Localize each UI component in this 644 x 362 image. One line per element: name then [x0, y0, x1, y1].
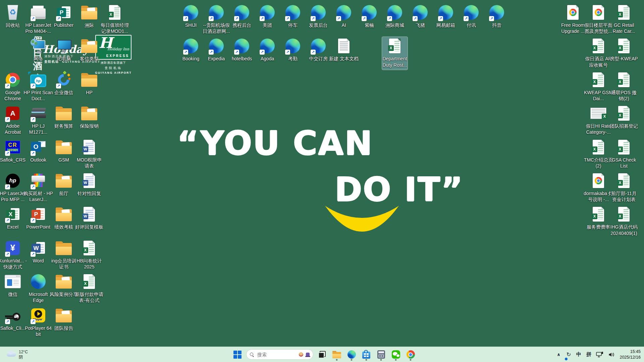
desktop-icon-left-38[interactable]: 团队报告 [51, 306, 76, 339]
desktop-icon-left-0[interactable]: ♻回收站 [0, 3, 25, 36]
desktop-icon-middle-19[interactable]: 新建 文本文档 [331, 37, 357, 70]
desktop-icon-right-10[interactable]: XGSA Check List [611, 138, 637, 171]
desktop-icon-middle-8[interactable]: ↗洲际商城 [382, 3, 408, 36]
shortcut-arrow-icon: ↗ [5, 252, 10, 257]
desktop-icon-right-4[interactable]: X房型-KWEAP [611, 37, 637, 70]
desktop-icon-left-22[interactable]: 前厅 [51, 172, 76, 204]
desktop-icon-left-15[interactable]: 保险报销 [76, 104, 102, 137]
desktop-icon-middle-9[interactable]: ↗飞猪 [408, 3, 433, 36]
start-button[interactable] [231, 348, 244, 361]
desktop-icon-middle-14[interactable]: ↗Expedia [204, 37, 229, 70]
desktop-icon-right-13[interactable]: X服务费费率 [586, 205, 611, 238]
icon-wrap: W [76, 172, 102, 190]
desktop-icon-left-35[interactable]: X新版付款申请表-有公式 [76, 273, 102, 305]
desktop-icon-middle-4[interactable]: ↗停车 [280, 3, 306, 36]
file-explorer-button[interactable] [331, 348, 343, 361]
desktop-icon-right-3[interactable]: X假日酒店 AR 应收账号 [586, 37, 611, 70]
store-button[interactable] [360, 348, 372, 361]
weather-widget[interactable]: 12°C 阴 [4, 347, 31, 362]
desktop-icon-left-3[interactable]: 洲际 [76, 3, 102, 36]
desktop-icon-left-30[interactable]: ing会员培训证书 [51, 239, 76, 272]
desktop-icon-left-32[interactable]: 微信 [0, 273, 25, 305]
desktop-icon-middle-17[interactable]: ↗考勤 [280, 37, 306, 70]
desktop-icon-label: HP LJ M1271... [23, 123, 53, 135]
desktop-icon-left-12[interactable]: A↗Adobe Acrobat [0, 104, 25, 137]
desktop-icon-left-28[interactable]: ¥↗KunlunVat... - 快捷方式 [0, 239, 25, 272]
ime-mode-indicator[interactable]: 拼 [586, 349, 591, 360]
desktop-icon-right-8[interactable]: X团队招募登记 [611, 104, 637, 137]
desktop-icon-middle-16[interactable]: ↗Agoda [255, 37, 280, 70]
desktop-icon-middle-3[interactable]: ↗美团 [255, 3, 280, 36]
desktop-icon-label: Free Room Upgrade ... [558, 22, 588, 34]
ime-language-indicator[interactable]: 中 [576, 349, 581, 360]
desktop-icon-right-0[interactable]: Free Room Upgrade ... [560, 3, 586, 36]
desktop-icon-left-14[interactable]: 财务预算 [51, 104, 76, 137]
desktop-icon-left-19[interactable]: WMOD权限申请表 [76, 138, 102, 171]
edge-button[interactable] [345, 348, 358, 361]
desktop-icon-left-37[interactable]: Player↗PotPlayer 64 bit [25, 306, 51, 339]
desktop-icon-left-18[interactable]: GSM [51, 138, 76, 171]
desktop-icon-left-36[interactable]: ↗Saflok_Cli... [0, 306, 25, 339]
desktop-icon-left-4[interactable]: X每日值班经理记录MOD1... [102, 3, 127, 36]
wechat-button[interactable] [390, 348, 402, 361]
desktop-icon-middle-2[interactable]: ↗携程后台 [229, 3, 255, 36]
desktop-icon-middle-5[interactable]: ↗发票后台 [306, 3, 331, 36]
desktop-icon-left-1[interactable]: ↗HP LaserJet Pro M404-... [25, 3, 51, 36]
desktop-icon-left-27[interactable]: W好评回复模板 [76, 205, 102, 238]
desktop-icon-left-7[interactable]: 客信类型 [76, 37, 102, 70]
desktop-icon-right-2[interactable]: XGC Retail Rate Car... [611, 3, 637, 36]
desktop-icon-left-29[interactable]: W↗Word [25, 239, 51, 272]
desktop-icon-middle-12[interactable]: ↗抖音 [484, 3, 509, 36]
desktop-icon-middle-13[interactable]: ↗Booking [178, 37, 204, 70]
desktop-icon-left-26[interactable]: 绩效考核 [51, 205, 76, 238]
desktop-icon-left-34[interactable]: 风险案例分享 [51, 273, 76, 305]
desktop-icon-middle-18[interactable]: ↗中交订房 [306, 37, 331, 70]
desktop-icon-left-23[interactable]: W针对性回复 [76, 172, 102, 204]
desktop-icon-middle-6[interactable]: ↗AI [331, 3, 357, 36]
desktop-icon-left-17[interactable]: O↗Outlook [25, 138, 51, 171]
desktop-icon-left-16[interactable]: CRSERVER↗Saflok_CRS [0, 138, 25, 171]
desktop-icon-left-2[interactable]: P↗Publisher [51, 3, 76, 36]
taskbar-search[interactable] [246, 349, 313, 360]
desktop-icon-left-6[interactable]: 此电脑 [51, 37, 76, 70]
desktop-icon-right-1[interactable]: 假日楼层平面图及房型统... [586, 3, 611, 36]
desktop-icon-left-10[interactable]: ↗企业微信 [51, 71, 76, 104]
search-input[interactable] [257, 352, 296, 358]
desktop-icon-left-25[interactable]: P↗PowerPoint [25, 205, 51, 238]
desktop-icon-right-5[interactable]: XKWEAP GSM Dai... [586, 71, 611, 104]
desktop-icon-right-9[interactable]: XTMC介绍总页(2) [586, 138, 611, 171]
desktop-icon-label: 团队招募登记 [609, 123, 639, 129]
desktop-icon-middle-10[interactable]: ↗网易邮箱 [433, 3, 459, 36]
network-icon[interactable] [596, 349, 603, 360]
desktop-icon-middle-7[interactable]: ↗紫楠 [357, 3, 382, 36]
chrome-button[interactable] [405, 348, 417, 361]
desktop-icon-left-24[interactable]: X↗Excel [0, 205, 25, 238]
desktop-icon-right-11[interactable]: dormakaba 灯号说明 -... [586, 172, 611, 204]
desktop-icon-left-21[interactable]: ↗购买耗材 - HP LaserJ... [25, 172, 51, 204]
task-view-button[interactable] [316, 348, 328, 361]
tray-chevron-icon[interactable]: ∧ [556, 349, 561, 360]
calculator-button[interactable] [375, 348, 387, 361]
desktop-icon-left-20[interactable]: hp↗HP LaserJet Pro MFP ... [0, 172, 25, 204]
desktop-icon-left-33[interactable]: Microsoft Edge [25, 273, 51, 305]
desktop-icon-right-6[interactable]: X通联POS 撤销(2) [611, 71, 637, 104]
tray-sync-icon[interactable]: ↻ [566, 349, 571, 360]
desktop-icon-middle-11[interactable]: ↗付讯 [459, 3, 484, 36]
desktop-icon-left-9[interactable]: hp↗HP Print Scan Doct... [25, 71, 51, 104]
desktop-icon-left-13[interactable]: ↗HP LJ M1271... [25, 104, 51, 137]
desktop-icon-right-7[interactable]: X假日HI Rate Category-... [586, 104, 611, 137]
desktop-icon-middle-1[interactable]: ↗--贵阳机场假日酒店群网... [204, 3, 229, 36]
icon-wrap [51, 239, 76, 257]
desktop-icon-middle-15[interactable]: ↗hotelbeds [229, 37, 255, 70]
desktop-icon-right-14[interactable]: XIHG酒店代码 20240409(1) [611, 205, 637, 238]
clock[interactable]: 15:45 2025/12/16 [620, 349, 641, 360]
desktop-icon-left-5[interactable]: 网络 [25, 37, 51, 70]
desktop-icon-right-12[interactable]: X前厅部-11月资金计划表 [611, 172, 637, 204]
volume-icon[interactable] [608, 349, 615, 360]
desktop-icon-left-31[interactable]: XHB问卷统计2025 [76, 239, 102, 272]
desktop-icon-middle-20[interactable]: XDepartment Duty Rost... [382, 37, 408, 70]
desktop-icon-middle-0[interactable]: ↗SHIJI [178, 3, 204, 36]
desktop-icon-left-11[interactable]: HP [76, 71, 102, 104]
desktop-icon-left-8[interactable]: ↗Google Chrome [0, 71, 25, 104]
desktop-icon-label: 保险报销 [74, 123, 104, 129]
